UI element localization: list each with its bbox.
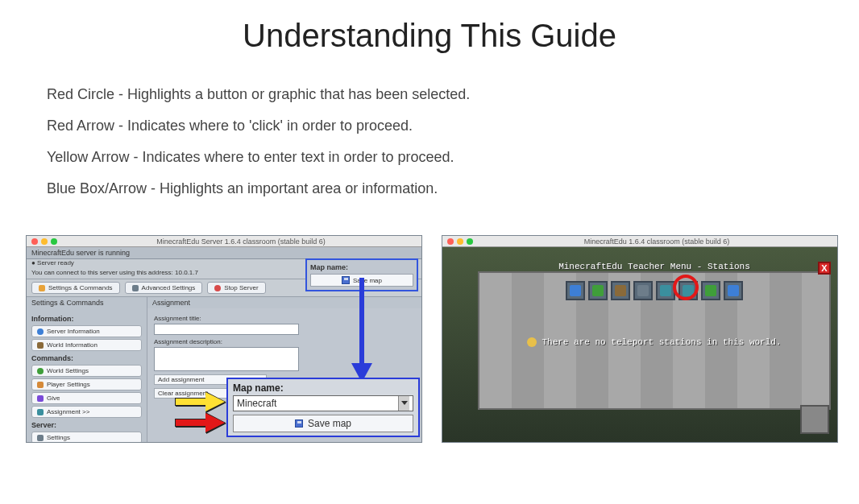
tab-row (566, 281, 743, 300)
tab-4[interactable] (633, 281, 653, 300)
close-icon[interactable] (447, 238, 454, 245)
btn-label: Advanced Settings (142, 284, 196, 291)
msg-text: There are no teleport stations in this w… (542, 337, 781, 347)
info-header: Information: (31, 315, 142, 323)
status-bar: MinecraftEdu server is running (27, 247, 421, 259)
close-icon[interactable] (31, 238, 38, 245)
blue-arrow-annotation (353, 278, 371, 382)
tab-icon (728, 285, 739, 296)
ready-text: Server ready (37, 259, 74, 266)
tab-icon (660, 285, 671, 296)
disk-icon (295, 419, 303, 428)
dialog-close-button[interactable]: X (818, 262, 831, 275)
btn-label: Settings & Commands (48, 284, 113, 291)
lbl: Server Information (47, 328, 100, 335)
tab-7-stations[interactable] (701, 281, 720, 300)
red-arrow-annotation (175, 415, 225, 431)
sidebar: Information: Server Information World In… (27, 308, 147, 443)
world-info-button[interactable]: World Information (31, 339, 142, 351)
tab-3[interactable] (611, 281, 630, 300)
advanced-settings-button[interactable]: Advanced Settings (125, 282, 203, 294)
tab-8[interactable] (724, 281, 743, 300)
titlebar: MinecraftEdu 1.6.4 classroom (stable bui… (442, 236, 837, 247)
screenshot-server: MinecraftEdu Server 1.6.4 classroom (sta… (26, 235, 422, 443)
minimize-icon[interactable] (41, 238, 48, 245)
player-icon (37, 382, 44, 388)
give-button[interactable]: Give (31, 392, 142, 404)
assign-desc-label: Assignment description: (154, 338, 415, 345)
lbl: Player Settings (47, 381, 90, 388)
lbl: World Information (47, 341, 98, 349)
maximize-icon[interactable] (467, 238, 473, 245)
gift-icon (37, 395, 44, 402)
window-title: MinecraftEdu Server 1.6.4 classroom (sta… (60, 238, 421, 246)
map-name-label: Map name: (310, 263, 413, 271)
cog-icon (132, 285, 139, 291)
assign-title-input[interactable] (154, 324, 299, 335)
settings-commands-button[interactable]: Settings & Commands (31, 282, 120, 294)
settings-button[interactable]: Settings (31, 432, 142, 443)
stop-server-button[interactable]: Stop Server (207, 282, 265, 294)
tab-icon (592, 285, 604, 296)
lbl: Give (47, 395, 60, 402)
lbl: Settings (47, 434, 70, 441)
globe-icon (37, 368, 44, 374)
legend-red-circle: Red Circle - Highlights a button or grap… (47, 86, 859, 103)
lbl: World Settings (47, 367, 89, 374)
block-icon (800, 405, 829, 434)
yellow-arrow-annotation (175, 394, 225, 410)
dialog-message: There are no teleport stations in this w… (479, 337, 829, 347)
input-value: Minecraft (237, 398, 276, 409)
dropdown-icon[interactable] (398, 396, 409, 411)
server-info-button[interactable]: Server Information (31, 325, 142, 337)
legend: Red Circle - Highlights a button or grap… (47, 86, 859, 197)
btn-label: Stop Server (224, 284, 258, 291)
zoom-map-name-input[interactable]: Minecraft (233, 395, 413, 411)
teacher-menu-dialog: MinecraftEdu Teacher Menu - Stations X T… (478, 271, 831, 410)
tab-icon (570, 285, 581, 296)
lbl: Assignment >> (47, 408, 89, 415)
lbl: Save map (308, 418, 351, 429)
section-assignment: Assignment (147, 297, 421, 308)
server-header: Server: (31, 421, 142, 429)
doc-icon (37, 409, 44, 415)
zoom-save-map-button[interactable]: Save map (233, 415, 413, 432)
page-title: Understanding This Guide (0, 18, 859, 54)
player-settings-button[interactable]: Player Settings (31, 378, 142, 390)
world-icon (37, 342, 44, 349)
tab-icon (637, 285, 649, 296)
assign-title-label: Assignment title: (154, 315, 415, 322)
window-title: MinecraftEdu 1.6.4 classroom (stable bui… (476, 238, 837, 246)
stop-icon (214, 285, 221, 291)
map-name-zoom-callout: Map name: Minecraft Save map (226, 378, 420, 437)
legend-yellow-arrow: Yellow Arrow - Indicates where to enter … (47, 149, 859, 166)
info-icon (37, 328, 44, 335)
tab-1[interactable] (566, 281, 585, 300)
wrench-icon (39, 285, 45, 291)
tab-icon (705, 285, 716, 296)
assignment-button[interactable]: Assignment >> (31, 406, 142, 418)
legend-red-arrow: Red Arrow - Indicates where to 'click' i… (47, 118, 859, 134)
red-circle-annotation (673, 275, 699, 300)
face-icon (527, 337, 537, 347)
assign-desc-input[interactable] (154, 347, 299, 371)
tab-2[interactable] (588, 281, 608, 300)
titlebar: MinecraftEdu Server 1.6.4 classroom (sta… (27, 236, 421, 247)
dialog-title: MinecraftEdu Teacher Menu - Stations (479, 262, 829, 271)
world-settings-button[interactable]: World Settings (31, 365, 142, 377)
disk-icon (342, 276, 350, 284)
zoom-map-name-label: Map name: (233, 382, 413, 394)
gear-icon (37, 435, 44, 441)
section-settings-commands: Settings & Commands (27, 297, 147, 308)
commands-header: Commands: (31, 354, 142, 362)
maximize-icon[interactable] (51, 238, 57, 245)
legend-blue-box: Blue Box/Arrow - Highlights an important… (47, 180, 859, 197)
minimize-icon[interactable] (457, 238, 463, 245)
tab-icon (615, 285, 626, 296)
screenshot-teacher-menu: MinecraftEdu 1.6.4 classroom (stable bui… (442, 235, 838, 443)
